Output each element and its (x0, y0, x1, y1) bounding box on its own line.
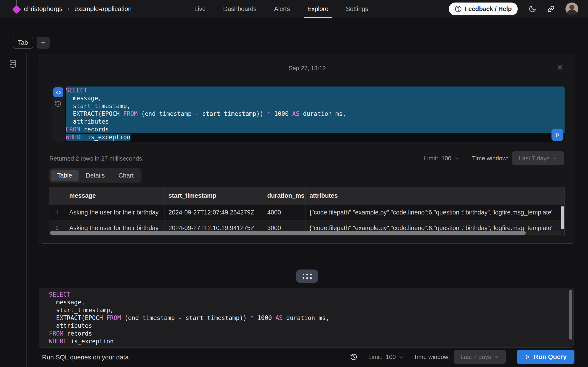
result-summary: Returned 2 rows in 27 milliseconds. (49, 155, 144, 162)
tab-table[interactable]: Table (51, 170, 78, 181)
table-horizontal-scrollbar-track[interactable] (50, 231, 562, 235)
time-window-label: Time window: (414, 353, 450, 361)
cell-attrs: {"code.filepath":"example.py","code.line… (305, 205, 564, 220)
cell-message: Asking the user for their birthday (65, 205, 164, 220)
tab-chart[interactable]: Chart (112, 170, 140, 181)
col-header-attributes[interactable]: attributes (305, 187, 564, 205)
sql-line: WHERE is_exception (49, 337, 573, 345)
sql-line: attributes (49, 322, 573, 330)
text-cursor (114, 338, 114, 344)
theme-toggle-moon-icon[interactable] (528, 5, 536, 13)
navbar-actions: Feedback / Help (449, 0, 578, 18)
sql-line: SELECT (66, 86, 565, 94)
table-row[interactable]: 1Asking the user for their birthday2024-… (49, 205, 564, 220)
logfire-logo-icon[interactable] (12, 0, 21, 18)
code-icon-button[interactable] (53, 87, 63, 97)
bottom-bar-controls: Limit: 100 Time window: Last 7 days Run … (350, 350, 574, 364)
feedback-help-label: Feedback / Help (464, 6, 512, 13)
nav-item-explore[interactable]: Explore (307, 0, 329, 18)
query-history-icon[interactable] (350, 353, 358, 361)
col-header-message[interactable]: message (65, 187, 164, 205)
table-horizontal-scrollbar-thumb[interactable] (50, 231, 526, 235)
add-tab-button[interactable]: + (37, 37, 50, 49)
breadcrumb-org[interactable]: christophergs (24, 5, 62, 13)
table-vertical-scrollbar[interactable] (561, 206, 564, 229)
sql-line: start_timestamp, (49, 306, 573, 314)
sql-line: WHERE is_exception (66, 133, 565, 141)
sql-code-selected: SELECT message, start_timestamp, EXTRACT… (65, 85, 565, 142)
nav-item-dashboards[interactable]: Dashboards (223, 0, 257, 18)
cell-dur: 4000 (263, 205, 305, 220)
tab-details[interactable]: Details (79, 170, 111, 181)
cell-num: 1 (49, 205, 65, 220)
sql-line: message, (49, 298, 573, 306)
explore-page: christophergs example-application Live D… (0, 0, 588, 367)
question-circle-icon (455, 6, 462, 12)
history-icon[interactable] (54, 100, 62, 108)
header-divider (0, 53, 588, 53)
run-query-icon-button[interactable] (552, 129, 563, 141)
historic-sql-query[interactable]: SELECT message, start_timestamp, EXTRACT… (52, 85, 565, 142)
sql-line: message, (66, 94, 565, 102)
col-header-rownum (49, 187, 65, 205)
sql-editor[interactable]: SELECT message, start_timestamp, EXTRACT… (39, 288, 574, 348)
chevron-down-icon (454, 156, 459, 161)
time-window-dropdown[interactable]: Last 7 days (512, 151, 564, 165)
nav-item-alerts[interactable]: Alerts (274, 0, 290, 18)
sidebar-divider (26, 53, 27, 367)
col-header-duration-ms[interactable]: duration_ms (263, 187, 305, 205)
sql-line: start_timestamp, (66, 102, 565, 110)
share-link-icon[interactable] (547, 5, 555, 13)
time-window-dropdown[interactable]: Last 7 days (454, 350, 506, 364)
panel-resize-handle[interactable] (296, 269, 318, 283)
editor-vertical-scrollbar[interactable] (569, 290, 572, 340)
result-view-tabs: Table Details Chart (49, 168, 141, 183)
user-avatar[interactable] (565, 2, 578, 15)
chevron-down-icon (494, 354, 499, 359)
schema-database-icon[interactable] (8, 59, 17, 68)
sql-line: attributes (66, 118, 565, 125)
limit-label: Limit: (368, 353, 382, 361)
sql-line: SELECT (49, 291, 573, 298)
feedback-help-button[interactable]: Feedback / Help (449, 2, 518, 15)
breadcrumb: christophergs example-application (24, 0, 132, 18)
sql-line: FROM records (66, 125, 565, 133)
play-icon (525, 354, 530, 360)
sql-editor-code: SELECT message, start_timestamp, EXTRACT… (39, 288, 573, 345)
nav-item-settings[interactable]: Settings (346, 0, 368, 18)
query-tab-bar: Tab + (13, 37, 50, 49)
table-header-row: message start_timestamp duration_ms attr… (49, 187, 564, 205)
results-table: message start_timestamp duration_ms attr… (49, 187, 565, 236)
chevron-down-icon (398, 354, 404, 359)
card-query-controls: Limit: 100 Time window: Last 7 days (424, 151, 564, 165)
sql-line: FROM records (49, 330, 573, 337)
limit-label: Limit: (424, 155, 438, 162)
close-icon[interactable] (556, 64, 564, 71)
sql-gutter (52, 85, 65, 142)
sql-line: EXTRACT(EPOCH FROM (end_timestamp - star… (49, 314, 573, 322)
run-query-button[interactable]: Run Query (517, 350, 574, 364)
editor-hint-text: Run SQL queries on your data (42, 354, 129, 361)
drag-dots-icon (303, 274, 312, 279)
query-history-card: Sep 27, 13:12 SELECT message, start_time… (39, 54, 575, 244)
limit-dropdown[interactable]: 100 (386, 353, 404, 361)
query-tab[interactable]: Tab (13, 37, 33, 49)
chevron-right-icon (66, 7, 71, 11)
main-nav: Live Dashboards Alerts Explore Settings (194, 0, 368, 18)
query-timestamp: Sep 27, 13:12 (39, 65, 575, 72)
time-window-label: Time window: (472, 155, 508, 162)
cell-ts: 2024-09-27T12:07:49.264279Z (164, 205, 263, 220)
col-header-start-timestamp[interactable]: start_timestamp (164, 187, 263, 205)
breadcrumb-project[interactable]: example-application (74, 5, 132, 13)
limit-dropdown[interactable]: 100 (441, 155, 459, 162)
sql-line: EXTRACT(EPOCH FROM (end_timestamp - star… (66, 110, 565, 118)
nav-item-live[interactable]: Live (194, 0, 206, 18)
navbar: christophergs example-application Live D… (0, 0, 588, 18)
chevron-down-icon (552, 156, 557, 161)
